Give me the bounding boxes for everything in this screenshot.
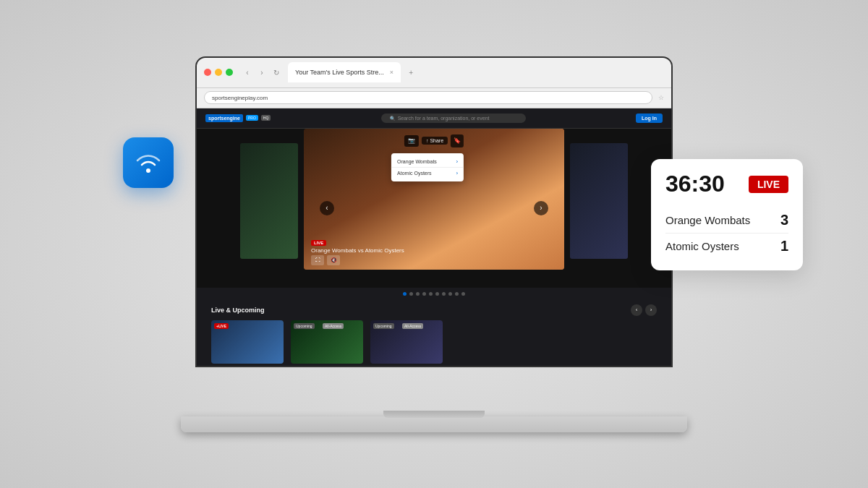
dot-8[interactable]: [455, 292, 459, 296]
bookmark-icon: ☆: [658, 94, 664, 101]
share-label: Share: [430, 138, 443, 143]
carousel-dots: [197, 288, 671, 300]
live-badge: LIVE: [311, 240, 326, 246]
section-header: Live & Upcoming ‹ ›: [211, 304, 657, 316]
live-badge-1: +LIVE: [214, 323, 229, 329]
hero-prev-button[interactable]: ‹: [320, 201, 334, 215]
url-text: sportsengineplay.com: [212, 95, 268, 101]
url-input[interactable]: sportsengineplay.com: [204, 91, 652, 104]
section-prev-button[interactable]: ‹: [631, 304, 642, 316]
hero-section: 📷 ↑ Share Orange Wombats ›: [197, 129, 671, 288]
nav-search-area: 🔍 Search for a team, organization, or ev…: [271, 114, 636, 123]
site-navbar: sportsengine PRO HQ 🔍 Search for a team,…: [197, 108, 671, 129]
thumbnails-row: +LIVE Upcoming All-Access Upcoming: [211, 320, 657, 364]
dot-5[interactable]: [435, 292, 439, 296]
browser-tab[interactable]: Your Team's Live Sports Stre... ×: [288, 62, 401, 82]
team2-score: 1: [780, 238, 788, 254]
new-tab-button[interactable]: +: [405, 67, 417, 78]
minimize-button[interactable]: [215, 69, 222, 76]
tab-title: Your Team's Live Sports Stre...: [295, 69, 384, 76]
forward-button[interactable]: ›: [256, 67, 268, 78]
reload-button[interactable]: ↻: [271, 67, 282, 78]
wifi-svg: [135, 152, 162, 174]
browser-nav: ‹ › ↻: [242, 67, 282, 78]
hero-right-thumbnail: [570, 143, 628, 259]
search-placeholder: Search for a team, organization, or even…: [398, 116, 490, 121]
laptop-screen: ‹ › ↻ Your Team's Live Sports Stre... × …: [195, 56, 673, 367]
team1-score: 3: [780, 212, 788, 228]
dropdown-item-wombats[interactable]: Orange Wombats ›: [391, 156, 464, 168]
dot-0[interactable]: [403, 292, 407, 296]
dot-2[interactable]: [416, 292, 420, 296]
logo-text: sportsengine: [205, 114, 243, 122]
tab-bar: Your Team's Live Sports Stre... × +: [288, 58, 664, 87]
thumbnail-1[interactable]: +LIVE: [211, 320, 284, 364]
dot-7[interactable]: [448, 292, 452, 296]
team1-name: Orange Wombats: [665, 214, 750, 226]
hero-main-video[interactable]: 📷 ↑ Share Orange Wombats ›: [304, 129, 564, 270]
hero-next-button[interactable]: ›: [534, 201, 548, 215]
maximize-button[interactable]: [226, 69, 233, 76]
access-badge-3: All-Access: [402, 323, 423, 329]
dot-4[interactable]: [429, 292, 433, 296]
laptop-base: [181, 416, 687, 432]
thumbnail-2[interactable]: Upcoming All-Access: [291, 320, 363, 364]
thumbnail-3[interactable]: Upcoming All-Access: [370, 320, 443, 364]
share-dropdown: Orange Wombats › Atomic Oysters ›: [391, 153, 464, 181]
live-upcoming-section: Live & Upcoming ‹ › +LIVE: [197, 300, 671, 366]
upcoming-badge-2: Upcoming: [294, 323, 315, 329]
tab-close-icon[interactable]: ×: [390, 69, 393, 76]
hero-bottom-info: LIVE Orange Wombats vs Atomic Oysters: [311, 234, 404, 254]
team1-score-row: Orange Wombats 3: [665, 207, 788, 233]
video-controls: ⛶ 🔇: [311, 255, 340, 265]
dot-3[interactable]: [422, 292, 426, 296]
score-card: 36:30 LIVE Orange Wombats 3 Atomic Oyste…: [651, 159, 803, 270]
score-header: 36:30 LIVE: [665, 171, 788, 197]
share-button[interactable]: ↑ Share Orange Wombats › Atomic Oysters: [422, 137, 448, 145]
browser-chrome: ‹ › ↻ Your Team's Live Sports Stre... × …: [197, 58, 671, 88]
login-button[interactable]: Log In: [636, 114, 663, 123]
dropdown-arrow-icon: ›: [456, 158, 458, 165]
back-button[interactable]: ‹: [242, 67, 253, 78]
game-clock: 36:30: [665, 171, 725, 197]
section-title: Live & Upcoming: [211, 307, 265, 314]
dropdown-item-oysters[interactable]: Atomic Oysters ›: [391, 168, 464, 179]
search-bar[interactable]: 🔍 Search for a team, organization, or ev…: [381, 114, 526, 123]
close-button[interactable]: [204, 69, 211, 76]
browser-traffic-lights: [204, 69, 233, 76]
access-badge-2: All-Access: [323, 323, 344, 329]
share-icon: ↑: [426, 138, 429, 143]
dot-6[interactable]: [442, 292, 446, 296]
dot-1[interactable]: [409, 292, 413, 296]
team2-score-row: Atomic Oysters 1: [665, 233, 788, 259]
address-bar: sportsengineplay.com ☆: [197, 88, 671, 108]
logo-pro-badge: PRO: [246, 115, 258, 121]
section-navigation: ‹ ›: [631, 304, 657, 316]
mute-button[interactable]: 🔇: [327, 255, 340, 265]
laptop-hinge: [383, 411, 485, 418]
upcoming-badge-3: Upcoming: [373, 323, 394, 329]
hero-top-controls: 📷 ↑ Share Orange Wombats ›: [404, 134, 464, 147]
website-content: sportsengine PRO HQ 🔍 Search for a team,…: [197, 108, 671, 366]
camera-icon: 📷: [404, 135, 419, 147]
dropdown-arrow-icon: ›: [456, 170, 458, 176]
fullscreen-button[interactable]: ⛶: [311, 255, 324, 265]
favorite-button[interactable]: 🔖: [451, 134, 464, 147]
live-indicator: LIVE: [749, 176, 788, 193]
search-icon: 🔍: [390, 116, 395, 121]
logo-hq-badge: HQ: [261, 115, 271, 121]
svg-point-0: [146, 168, 150, 173]
wifi-broadcast-icon: [123, 137, 174, 188]
game-title: Orange Wombats vs Atomic Oysters: [311, 247, 404, 254]
hero-left-thumbnail: [240, 143, 298, 259]
dot-9[interactable]: [461, 292, 465, 296]
team2-name: Atomic Oysters: [665, 240, 739, 252]
site-logo: sportsengine PRO HQ: [205, 114, 271, 122]
section-next-button[interactable]: ›: [645, 304, 657, 316]
laptop: ‹ › ↻ Your Team's Live Sports Stre... × …: [181, 56, 687, 432]
